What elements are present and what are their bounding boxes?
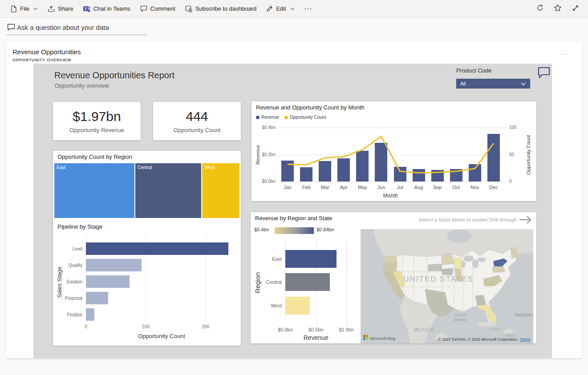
app-toolbar: File Share T Chat in Teams Comment Subsc… <box>0 0 588 18</box>
x-axis-tick: May <box>353 185 372 190</box>
map-terms-link[interactable]: Terms <box>520 337 530 342</box>
map-state-pennsylvania[interactable] <box>492 266 505 273</box>
qa-prompt[interactable]: Ask a question about your data <box>17 24 109 31</box>
map-state-wisconsin[interactable] <box>454 258 462 268</box>
revenue-by-region-card: Revenue by Region and State Select a Sta… <box>251 212 536 343</box>
qa-bubble-icon <box>7 24 15 32</box>
map-state-iowa[interactable] <box>442 268 453 275</box>
dashboard-title: Revenue Opportunities <box>12 48 81 56</box>
treemap-and-pipeline-card: Opportunity Count by Region EastCentralW… <box>53 151 241 346</box>
comment-icon <box>140 5 147 12</box>
drill-through-hint: Select a State below to enable Drill thr… <box>418 217 517 222</box>
kpi-label: Opportunity Revenue <box>69 127 124 133</box>
y-axis-title-opportunity-count: Opportunity Count <box>526 128 531 181</box>
treemap-tile-label: Central <box>138 165 152 170</box>
edit-pencil-icon <box>266 5 273 12</box>
treemap-opportunity-by-region: EastCentralWest <box>54 163 239 218</box>
x-axis-tick: 0 <box>81 324 91 329</box>
x-axis-tick: $0.0bn <box>276 327 295 332</box>
map-lake <box>477 258 486 262</box>
region-bar-central[interactable] <box>285 273 330 291</box>
map-label-country: UNITED STATES <box>403 275 474 283</box>
pipeline-bar-qualify[interactable] <box>86 259 142 271</box>
x-axis-tick: $1.0bn <box>337 327 356 332</box>
report-title: Revenue Opportunities Report <box>54 70 174 81</box>
x-axis-title-revenue: Revenue <box>285 334 346 341</box>
x-axis-tick: Feb <box>297 185 316 190</box>
x-axis-title-month: Month <box>278 193 503 199</box>
subscribe-label: Subscribe to dashboard <box>195 5 256 12</box>
x-axis-tick: Oct <box>447 185 466 190</box>
kpi-value: $1.97bn <box>73 109 121 124</box>
qa-bar[interactable]: Ask a question about your data <box>6 21 147 36</box>
pipeline-bar-proposal[interactable] <box>86 292 108 304</box>
star-icon <box>554 4 562 13</box>
y-axis-tick-right: 50 <box>509 152 514 157</box>
treemap-tile-west[interactable]: West <box>202 163 239 218</box>
map-state-washington[interactable] <box>384 256 397 264</box>
map-attribution: © 2023 TomTom, © 2023 Microsoft Corporat… <box>438 337 517 342</box>
map-state-minnesota[interactable] <box>442 254 454 265</box>
bing-logo-icon <box>363 335 365 337</box>
gradient-max-label: $0.84bn <box>316 227 334 232</box>
dashboard-subtitle: OPPORTUNITY OVERVIEW <box>12 57 71 62</box>
share-icon <box>48 5 55 12</box>
legend-item-revenue[interactable]: Revenue <box>256 115 279 120</box>
y-axis-title-revenue: Revenue <box>255 133 260 177</box>
bing-logo-icon <box>366 335 368 337</box>
map-state-south-dakota[interactable] <box>428 264 442 271</box>
map-label-mexico: MEXICO <box>414 327 434 332</box>
chevron-down-icon <box>33 8 38 10</box>
favorite-button[interactable] <box>551 2 565 16</box>
dashboard-card: Revenue Opportunities OPPORTUNITY OVERVI… <box>6 42 582 358</box>
map-label-gulf: Mexico <box>454 318 467 322</box>
edit-button[interactable]: Edit <box>261 0 299 18</box>
product-code-value: All <box>460 81 466 86</box>
comment-button[interactable]: Comment <box>135 0 180 18</box>
fullscreen-button[interactable] <box>568 2 583 16</box>
product-code-dropdown[interactable]: All <box>456 79 530 89</box>
subscribe-button[interactable]: Subscribe to dashboard <box>180 0 261 18</box>
dashboard-more-button[interactable]: ··· <box>560 50 569 57</box>
gradient-legend-bar <box>275 227 314 234</box>
file-menu-label: File <box>20 5 29 12</box>
report-subtitle: Opportunity overview <box>55 82 109 89</box>
map-label-gulf: Gulf of <box>454 313 466 317</box>
drill-through-arrow-icon[interactable] <box>519 215 532 226</box>
edit-label: Edit <box>276 5 286 12</box>
pipeline-bar-lead[interactable] <box>86 242 228 255</box>
report-canvas: Revenue Opportunities Report Opportunity… <box>33 64 552 358</box>
line-series-opportunity-count[interactable] <box>278 128 503 181</box>
x-axis-tick: 100 <box>140 324 151 329</box>
region-bar-west[interactable] <box>285 297 310 315</box>
refresh-button[interactable] <box>533 2 547 16</box>
subscribe-icon <box>185 5 192 12</box>
y-axis-tick-left: $0.4bn <box>253 125 276 130</box>
x-axis-tick: Nov <box>466 185 484 190</box>
kpi-opportunity-count[interactable]: 444 Opportunity Count <box>153 102 241 140</box>
treemap-tile-east[interactable]: East <box>54 163 134 218</box>
kpi-label: Opportunity Count <box>174 127 221 133</box>
bing-logo-text: Microsoft Bing <box>370 336 395 341</box>
pipeline-bar-solution[interactable] <box>86 275 130 288</box>
file-menu-button[interactable]: File <box>5 0 43 18</box>
x-axis-tick: Apr <box>334 185 353 190</box>
treemap-tile-central[interactable]: Central <box>135 163 201 218</box>
map-state-oregon[interactable] <box>383 263 397 272</box>
gridline <box>346 240 347 324</box>
toolbar-more-button[interactable]: ··· <box>300 0 318 18</box>
y-axis-tick-left: $0.0bn <box>253 179 276 184</box>
bing-logo-icon <box>363 338 365 340</box>
y-axis-title-sales-stage: Sales Stage <box>56 256 63 309</box>
pipeline-bar-finalize[interactable] <box>86 308 94 321</box>
legend-item-opportunity-count[interactable]: Opportunity Count <box>284 115 326 120</box>
share-button[interactable]: Share <box>43 0 78 18</box>
bing-logo-icon <box>366 338 368 340</box>
chat-in-teams-button[interactable]: T Chat in Teams <box>78 0 135 18</box>
chart-legend: Revenue Opportunity Count <box>256 115 326 120</box>
bing-map[interactable]: UNITED STATESGulf ofMexicoMEXICOCUBAHAIT… <box>361 229 533 343</box>
kpi-opportunity-revenue[interactable]: $1.97bn Opportunity Revenue <box>53 102 141 140</box>
y-axis-title-region: Region <box>254 256 261 310</box>
region-bar-east[interactable] <box>285 250 337 268</box>
report-comment-icon[interactable] <box>537 66 551 80</box>
